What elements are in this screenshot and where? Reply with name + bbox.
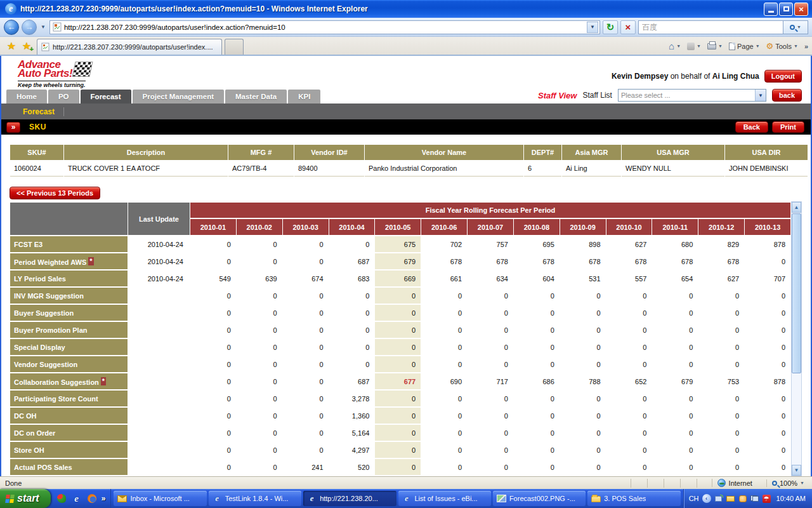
scroll-up-icon[interactable]: ▲ xyxy=(792,202,801,213)
more-toolbar-chevron[interactable]: » xyxy=(804,43,808,50)
back-nav-button[interactable]: back xyxy=(772,89,802,102)
home-button[interactable]: ⌂▼ xyxy=(669,41,681,51)
value-cell: 0 xyxy=(698,339,744,355)
feeds-caret-icon: ▼ xyxy=(697,44,701,48)
task-label: List of Issues - eBi... xyxy=(415,495,478,502)
address-dropdown[interactable]: ▼ xyxy=(587,22,598,33)
minimize-button[interactable] xyxy=(764,3,778,16)
tab-po[interactable]: PO xyxy=(48,90,79,104)
zoom-control[interactable]: 100% ▼ xyxy=(766,479,809,487)
back-button[interactable]: ← xyxy=(4,20,19,35)
value-cell: 0 xyxy=(283,356,329,372)
add-favorite-icon[interactable]: ★ xyxy=(19,38,34,53)
value-cell: 0 xyxy=(514,459,560,475)
tools-menu-button[interactable]: ⚙Tools▼ xyxy=(766,41,798,51)
task-label: Forecast002.PNG -... xyxy=(509,495,575,502)
nav-tabs: HomePOForecastProject ManagementMaster D… xyxy=(6,90,320,104)
ie-quicklaunch-icon[interactable]: e xyxy=(71,493,82,504)
print-button-page[interactable]: Print xyxy=(772,121,804,133)
close-button[interactable]: × xyxy=(794,3,808,16)
value-cell: 0 xyxy=(514,391,560,406)
print-button[interactable]: ▼ xyxy=(707,43,723,50)
start-button[interactable]: start xyxy=(0,489,51,508)
taskbar-task[interactable]: 3. POS Sales xyxy=(587,491,680,506)
feeds-button[interactable]: ▼ xyxy=(687,43,701,50)
row-label-text: FCST E3 xyxy=(14,241,43,248)
value-cell: 0 xyxy=(283,339,329,355)
tab-forecast[interactable]: Forecast xyxy=(81,90,131,104)
messenger-bird-icon[interactable] xyxy=(56,493,67,504)
address-input[interactable] xyxy=(64,23,587,31)
tab-home[interactable]: Home xyxy=(6,90,47,104)
advance-auto-parts-logo: AdvanceAuto Parts! xyxy=(18,60,91,78)
subnav-forecast-link[interactable]: Forecast xyxy=(23,107,64,116)
checkered-flag-icon xyxy=(72,62,93,77)
reminder-tray-icon[interactable] xyxy=(738,495,747,502)
forward-button[interactable]: → xyxy=(22,20,37,35)
value-cell: 0 xyxy=(421,305,467,321)
value-cell: 678 xyxy=(652,253,698,269)
quicklaunch-more-chevron[interactable]: » xyxy=(102,494,106,503)
forecast-row: Buyer Promotion Plan0000000000000 xyxy=(10,322,790,338)
stop-button[interactable]: × xyxy=(620,20,636,34)
taskbar-task[interactable]: List of Issues - eBi... xyxy=(398,491,491,506)
mail-tray-icon[interactable] xyxy=(726,495,735,502)
history-dropdown[interactable]: ▼ xyxy=(39,24,47,30)
scrollbar-thumb[interactable] xyxy=(792,213,801,373)
taskbar-task[interactable]: TestLink 1.8.4 - Wi... xyxy=(209,491,301,506)
value-cell: 0 xyxy=(560,408,606,424)
value-cell: 674 xyxy=(283,271,329,286)
new-tab-button[interactable] xyxy=(225,39,244,55)
value-cell: 0 xyxy=(652,288,698,304)
last-update-cell: 2010-04-24 xyxy=(128,271,190,286)
value-cell: 627 xyxy=(606,236,652,252)
favorites-star-icon[interactable]: ★ xyxy=(4,38,19,53)
search-button[interactable]: ▼ xyxy=(783,20,808,34)
value-cell: 0 xyxy=(745,305,790,321)
period-header-2010-05: 2010-05 xyxy=(375,219,421,235)
row-label: INV MGR Suggestion xyxy=(10,288,128,304)
forecast-row: DC OH0001,360000000000 xyxy=(10,408,790,424)
value-cell: 690 xyxy=(421,373,467,389)
browser-tab-active[interactable]: http://221.238.207.230:9999/autoparts/us… xyxy=(37,39,222,55)
previous-periods-button[interactable]: << Previous 13 Periods xyxy=(10,187,100,199)
zone-label: Internet xyxy=(729,479,752,487)
restore-button[interactable] xyxy=(779,3,793,16)
back-button-page[interactable]: Back xyxy=(735,121,768,133)
logout-button[interactable]: Logout xyxy=(764,70,802,83)
page-menu-button[interactable]: Page▼ xyxy=(729,43,760,50)
tab-strip: ★ ★ http://221.238.207.230:9999/autopart… xyxy=(0,37,812,56)
language-indicator[interactable]: CH xyxy=(689,495,699,502)
value-cell: 0 xyxy=(421,408,467,424)
page-caret-icon: ▼ xyxy=(756,44,760,48)
taskbar-task[interactable]: Forecast002.PNG -... xyxy=(493,491,586,506)
firefox-icon[interactable] xyxy=(86,493,98,504)
sku-section-bar: » SKU Back Print xyxy=(1,119,811,135)
staff-list-select[interactable]: Please select ... ▼ xyxy=(618,89,766,102)
main-nav-row: HomePOForecastProject ManagementMaster D… xyxy=(1,86,811,104)
antivirus-tray-icon[interactable]: ☂ xyxy=(763,495,771,503)
tab-master-data[interactable]: Master Data xyxy=(225,90,287,104)
value-cell: 0 xyxy=(698,305,744,321)
value-cell: 0 xyxy=(190,253,236,269)
network-tray-icon[interactable] xyxy=(714,495,723,502)
tab-kpi[interactable]: KPI xyxy=(288,90,320,104)
refresh-button[interactable]: ↻ xyxy=(603,20,618,34)
search-input[interactable] xyxy=(638,20,783,34)
hide-tray-icons-button[interactable]: ‹ xyxy=(702,494,711,503)
table-scrollbar[interactable]: ▲ ▼ xyxy=(791,201,802,476)
forecast-row: DC on Order0005,164000000000 xyxy=(10,425,790,441)
value-cell: 0 xyxy=(375,391,421,406)
value-cell: 0 xyxy=(375,408,421,424)
zoom-caret-icon: ▼ xyxy=(800,481,804,485)
value-cell: 0 xyxy=(606,459,652,475)
tab-project-management[interactable]: Project Management xyxy=(133,90,224,104)
network-places-tray-icon[interactable] xyxy=(750,495,759,502)
value-cell: 679 xyxy=(375,253,421,269)
value-cell: 0 xyxy=(190,459,236,475)
taskbar-task[interactable]: http://221.238.20... xyxy=(303,491,396,506)
sku-cell: WENDY NULL xyxy=(622,161,724,177)
value-cell: 0 xyxy=(745,356,790,372)
taskbar-task[interactable]: Inbox - Microsoft ... xyxy=(114,491,206,506)
scroll-down-icon[interactable]: ▼ xyxy=(792,465,801,476)
